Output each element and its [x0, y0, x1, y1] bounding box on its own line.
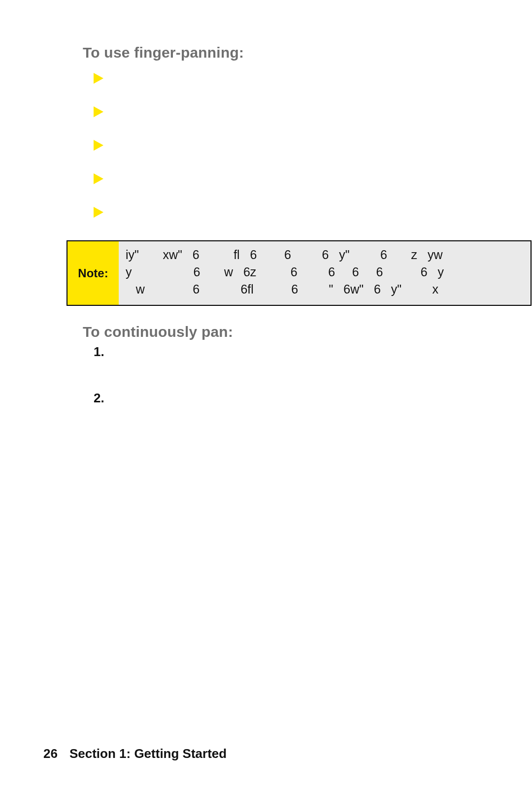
bullet-item — [94, 137, 532, 170]
note-line: iy" xw" 6 fl 6 6 6 y" 6 z yw — [126, 246, 524, 263]
bullet-item — [94, 170, 532, 204]
page-footer: 26 Section 1: Getting Started — [43, 746, 227, 761]
bullet-list — [94, 70, 532, 237]
note-callout: Note: iy" xw" 6 fl 6 6 6 y" 6 z yw y 6 w… — [66, 240, 532, 306]
bullet-item — [94, 103, 532, 137]
triangle-bullet-icon — [94, 106, 103, 117]
triangle-bullet-icon — [94, 207, 103, 218]
numbered-item: 1. — [94, 344, 532, 391]
bullet-item — [94, 70, 532, 103]
numbered-item: 2. — [94, 391, 532, 437]
heading-continuously-pan: To continuously pan: — [83, 324, 532, 340]
section-title: Section 1: Getting Started — [69, 746, 227, 761]
triangle-bullet-icon — [94, 140, 103, 151]
triangle-bullet-icon — [94, 173, 103, 184]
heading-finger-panning: To use finger-panning: — [83, 44, 532, 61]
note-line: w 6 6fl 6 " 6w" 6 y" x — [126, 281, 524, 298]
step-number: 2. — [94, 391, 111, 437]
triangle-bullet-icon — [94, 73, 103, 84]
note-label: Note: — [67, 241, 119, 305]
numbered-list: 1. 2. — [94, 344, 532, 437]
step-number: 1. — [94, 344, 111, 391]
page-number: 26 — [43, 746, 58, 761]
note-body: iy" xw" 6 fl 6 6 6 y" 6 z yw y 6 w 6z 6 … — [119, 241, 531, 305]
note-line: y 6 w 6z 6 6 6 6 6 y — [126, 263, 524, 281]
bullet-item — [94, 204, 532, 237]
document-page: To use finger-panning: Note: iy" xw" 6 f… — [0, 0, 532, 787]
